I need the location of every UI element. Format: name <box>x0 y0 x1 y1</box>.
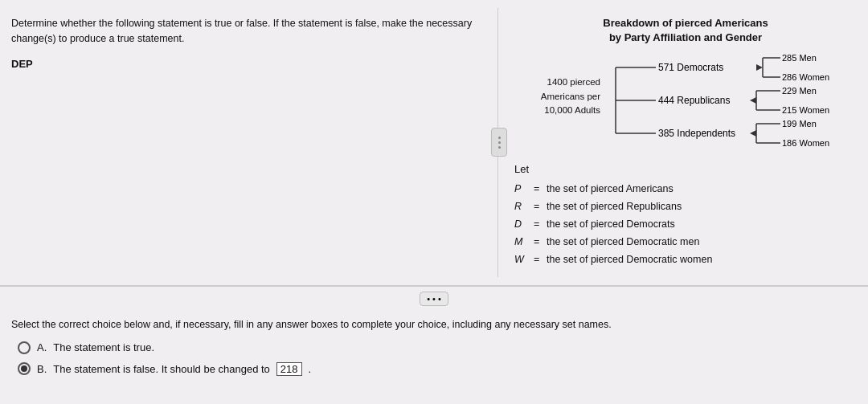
legend-title: Let <box>514 161 857 179</box>
radio-B-inner <box>21 365 27 372</box>
chart-area: 1400 pierced Americans per 10,000 Adults… <box>514 53 857 149</box>
top-section: Determine whether the following statemen… <box>0 0 868 286</box>
divider-dot-3 <box>498 146 501 149</box>
chart-title: Breakdown of pierced Americans by Party … <box>514 16 857 45</box>
chart-left-label-line3: 10,000 Adults <box>544 105 600 115</box>
left-panel: Determine whether the following statemen… <box>0 8 498 277</box>
choice-A-label: A. <box>37 341 47 353</box>
svg-text:229 Men: 229 Men <box>782 86 817 96</box>
legend-item-D: D = the set of pierced Democrats <box>514 216 857 234</box>
divider-dots <box>498 137 501 149</box>
legend-key-M: M <box>514 234 534 251</box>
divider-dot-2 <box>498 141 501 144</box>
legend-eq-P: = <box>534 181 547 198</box>
legend-item-P: P = the set of pierced Americans <box>514 181 857 198</box>
choice-row-A: A. The statement is true. <box>18 341 857 354</box>
chart-left-label: 1400 pierced Americans per 10,000 Adults <box>514 53 607 117</box>
legend-key-W: W <box>514 251 534 269</box>
select-instruction: Select the correct choice below and, if … <box>11 319 857 330</box>
divider-dot-1 <box>498 137 501 139</box>
dep-label: DEP <box>11 58 481 70</box>
legend-key-D: D <box>514 216 534 234</box>
choice-A-text: The statement is true. <box>53 341 154 353</box>
legend-desc-M: the set of pierced Democratic men <box>547 234 699 251</box>
radio-B[interactable] <box>18 362 31 375</box>
chart-left-label-line2: Americans per <box>541 92 600 101</box>
radio-A[interactable] <box>18 341 31 354</box>
svg-text:286 Women: 286 Women <box>782 72 829 82</box>
chart-title-line2: by Party Affiliation and Gender <box>609 31 762 43</box>
divider-handle[interactable] <box>491 128 507 157</box>
tree-diagram: 571 Democrats 285 Men 286 Women 444 Repu… <box>608 53 857 149</box>
legend-desc-W: the set of pierced Democratic women <box>547 251 712 269</box>
bottom-handle-button[interactable]: • • • <box>420 292 448 306</box>
instruction-text: Determine whether the following statemen… <box>11 16 481 47</box>
republicans-label: 444 Republicans <box>658 95 730 106</box>
choice-B-text: The statement is false. It should be cha… <box>53 363 270 375</box>
dem-arrow <box>756 64 763 71</box>
rep-arrow <box>750 97 756 104</box>
legend-eq-D: = <box>534 216 547 234</box>
choice-B-period: . <box>309 363 312 375</box>
legend-key-R: R <box>514 198 534 216</box>
choice-B-label: B. <box>37 363 47 375</box>
chart-left-label-line1: 1400 pierced <box>547 77 601 87</box>
legend-eq-W: = <box>534 251 547 269</box>
legend-eq-M: = <box>534 234 547 251</box>
legend-desc-P: the set of pierced Americans <box>547 181 674 198</box>
svg-text:285 Men: 285 Men <box>782 53 817 63</box>
legend-item-W: W = the set of pierced Democratic women <box>514 251 857 269</box>
independents-label: 385 Independents <box>658 128 735 139</box>
svg-text:215 Women: 215 Women <box>782 105 829 115</box>
democrats-label: 571 Democrats <box>658 62 723 73</box>
bottom-handle-row: • • • <box>0 286 868 308</box>
bottom-section: Select the correct choice below and, if … <box>0 308 868 384</box>
svg-text:199 Men: 199 Men <box>782 119 817 129</box>
legend-desc-R: the set of pierced Republicans <box>547 198 682 216</box>
choices: A. The statement is true. B. The stateme… <box>18 341 857 376</box>
legend-item-M: M = the set of pierced Democratic men <box>514 234 857 251</box>
legend-key-P: P <box>514 181 534 198</box>
right-panel: Breakdown of pierced Americans by Party … <box>498 8 868 277</box>
choice-row-B: B. The statement is false. It should be … <box>18 362 857 376</box>
chart-title-line1: Breakdown of pierced Americans <box>603 17 768 29</box>
legend-item-R: R = the set of pierced Republicans <box>514 198 857 216</box>
legend-section: Let P = the set of pierced Americans R =… <box>514 161 857 268</box>
ind-arrow <box>750 130 756 137</box>
legend-eq-R: = <box>534 198 547 216</box>
legend-desc-D: the set of pierced Democrats <box>547 216 675 234</box>
svg-text:186 Women: 186 Women <box>782 138 829 148</box>
choice-B-answer-box[interactable]: 218 <box>276 362 302 376</box>
main-container: Determine whether the following statemen… <box>0 0 868 404</box>
